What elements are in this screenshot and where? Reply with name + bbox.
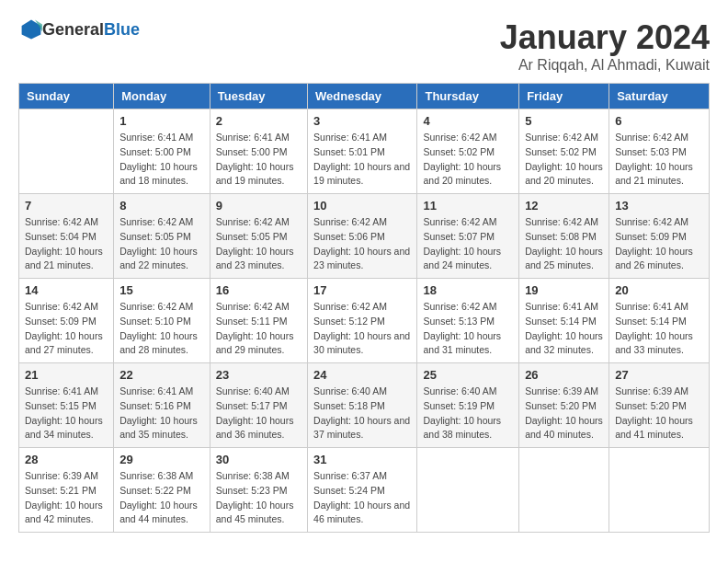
day-info: Sunrise: 6:41 AMSunset: 5:00 PMDaylight:… bbox=[119, 131, 204, 189]
calendar-cell bbox=[417, 448, 519, 533]
calendar-cell: 1Sunrise: 6:41 AMSunset: 5:00 PMDaylight… bbox=[114, 109, 210, 194]
day-number: 17 bbox=[313, 283, 411, 297]
day-number: 12 bbox=[525, 199, 603, 213]
day-info: Sunrise: 6:39 AMSunset: 5:21 PMDaylight:… bbox=[25, 469, 108, 527]
day-info: Sunrise: 6:42 AMSunset: 5:06 PMDaylight:… bbox=[313, 215, 411, 273]
calendar-cell: 2Sunrise: 6:41 AMSunset: 5:00 PMDaylight… bbox=[210, 109, 307, 194]
day-header: Saturday bbox=[609, 84, 710, 109]
day-number: 2 bbox=[216, 114, 301, 128]
calendar-cell: 25Sunrise: 6:40 AMSunset: 5:19 PMDayligh… bbox=[417, 363, 519, 448]
day-header: Sunday bbox=[19, 84, 114, 109]
title-area: January 2024 Ar Riqqah, Al Ahmadi, Kuwai… bbox=[500, 18, 710, 74]
day-number: 23 bbox=[216, 368, 301, 382]
calendar-cell: 5Sunrise: 6:42 AMSunset: 5:02 PMDaylight… bbox=[519, 109, 609, 194]
calendar-cell: 22Sunrise: 6:41 AMSunset: 5:16 PMDayligh… bbox=[114, 363, 210, 448]
calendar-cell: 26Sunrise: 6:39 AMSunset: 5:20 PMDayligh… bbox=[519, 363, 609, 448]
location-title: Ar Riqqah, Al Ahmadi, Kuwait bbox=[500, 57, 710, 74]
calendar-cell: 16Sunrise: 6:42 AMSunset: 5:11 PMDayligh… bbox=[210, 279, 307, 363]
logo-text-blue: Blue bbox=[104, 20, 140, 39]
day-info: Sunrise: 6:38 AMSunset: 5:22 PMDaylight:… bbox=[119, 469, 204, 527]
day-number: 13 bbox=[615, 199, 703, 213]
day-number: 24 bbox=[313, 368, 411, 382]
day-number: 29 bbox=[119, 453, 204, 466]
logo-text-general: General bbox=[42, 20, 104, 39]
day-header: Monday bbox=[114, 84, 210, 109]
day-number: 6 bbox=[615, 114, 703, 128]
header-row: SundayMondayTuesdayWednesdayThursdayFrid… bbox=[19, 84, 710, 109]
day-info: Sunrise: 6:42 AMSunset: 5:03 PMDaylight:… bbox=[615, 131, 703, 189]
calendar-cell: 19Sunrise: 6:41 AMSunset: 5:14 PMDayligh… bbox=[519, 279, 609, 363]
day-number: 3 bbox=[313, 114, 411, 128]
calendar-cell: 9Sunrise: 6:42 AMSunset: 5:05 PMDaylight… bbox=[210, 194, 307, 279]
day-number: 14 bbox=[25, 283, 108, 297]
day-number: 18 bbox=[423, 283, 513, 297]
calendar-cell: 14Sunrise: 6:42 AMSunset: 5:09 PMDayligh… bbox=[19, 279, 114, 363]
day-info: Sunrise: 6:41 AMSunset: 5:01 PMDaylight:… bbox=[313, 131, 411, 189]
day-number: 21 bbox=[25, 368, 108, 382]
day-number: 10 bbox=[313, 199, 411, 213]
day-number: 8 bbox=[119, 199, 204, 213]
day-info: Sunrise: 6:40 AMSunset: 5:19 PMDaylight:… bbox=[423, 385, 513, 442]
day-number: 30 bbox=[216, 453, 301, 466]
calendar-cell: 20Sunrise: 6:41 AMSunset: 5:14 PMDayligh… bbox=[609, 279, 710, 363]
day-header: Friday bbox=[519, 84, 609, 109]
calendar-week-row: 14Sunrise: 6:42 AMSunset: 5:09 PMDayligh… bbox=[19, 279, 710, 363]
calendar-cell bbox=[519, 448, 609, 533]
day-number: 15 bbox=[119, 283, 204, 297]
day-info: Sunrise: 6:39 AMSunset: 5:20 PMDaylight:… bbox=[525, 385, 603, 442]
calendar-cell: 12Sunrise: 6:42 AMSunset: 5:08 PMDayligh… bbox=[519, 194, 609, 279]
calendar-cell: 17Sunrise: 6:42 AMSunset: 5:12 PMDayligh… bbox=[308, 279, 417, 363]
day-info: Sunrise: 6:42 AMSunset: 5:12 PMDaylight:… bbox=[313, 300, 411, 358]
day-info: Sunrise: 6:42 AMSunset: 5:07 PMDaylight:… bbox=[423, 215, 513, 273]
day-info: Sunrise: 6:41 AMSunset: 5:14 PMDaylight:… bbox=[525, 300, 603, 358]
day-number: 5 bbox=[525, 114, 603, 128]
logo-icon bbox=[20, 18, 42, 40]
day-info: Sunrise: 6:40 AMSunset: 5:18 PMDaylight:… bbox=[313, 385, 411, 442]
day-number: 27 bbox=[615, 368, 703, 382]
day-number: 16 bbox=[216, 283, 301, 297]
calendar-cell: 23Sunrise: 6:40 AMSunset: 5:17 PMDayligh… bbox=[210, 363, 307, 448]
day-header: Wednesday bbox=[308, 84, 417, 109]
day-info: Sunrise: 6:42 AMSunset: 5:02 PMDaylight:… bbox=[423, 131, 513, 189]
calendar-cell bbox=[19, 109, 114, 194]
day-number: 19 bbox=[525, 283, 603, 297]
day-info: Sunrise: 6:39 AMSunset: 5:20 PMDaylight:… bbox=[615, 385, 703, 442]
calendar-week-row: 7Sunrise: 6:42 AMSunset: 5:04 PMDaylight… bbox=[19, 194, 710, 279]
day-info: Sunrise: 6:40 AMSunset: 5:17 PMDaylight:… bbox=[216, 385, 301, 442]
day-info: Sunrise: 6:42 AMSunset: 5:05 PMDaylight:… bbox=[216, 215, 301, 273]
day-info: Sunrise: 6:38 AMSunset: 5:23 PMDaylight:… bbox=[216, 469, 301, 527]
calendar-cell: 6Sunrise: 6:42 AMSunset: 5:03 PMDaylight… bbox=[609, 109, 710, 194]
day-info: Sunrise: 6:42 AMSunset: 5:09 PMDaylight:… bbox=[25, 300, 108, 358]
calendar-cell bbox=[609, 448, 710, 533]
header: GeneralBlue January 2024 Ar Riqqah, Al A… bbox=[18, 18, 710, 74]
calendar-cell: 10Sunrise: 6:42 AMSunset: 5:06 PMDayligh… bbox=[308, 194, 417, 279]
calendar-table: SundayMondayTuesdayWednesdayThursdayFrid… bbox=[18, 83, 710, 533]
calendar-week-row: 1Sunrise: 6:41 AMSunset: 5:00 PMDaylight… bbox=[19, 109, 710, 194]
day-info: Sunrise: 6:41 AMSunset: 5:16 PMDaylight:… bbox=[119, 385, 204, 442]
calendar-cell: 4Sunrise: 6:42 AMSunset: 5:02 PMDaylight… bbox=[417, 109, 519, 194]
day-number: 28 bbox=[25, 453, 108, 466]
calendar-cell: 31Sunrise: 6:37 AMSunset: 5:24 PMDayligh… bbox=[308, 448, 417, 533]
day-info: Sunrise: 6:42 AMSunset: 5:11 PMDaylight:… bbox=[216, 300, 301, 358]
calendar-cell: 8Sunrise: 6:42 AMSunset: 5:05 PMDaylight… bbox=[114, 194, 210, 279]
day-info: Sunrise: 6:41 AMSunset: 5:15 PMDaylight:… bbox=[25, 385, 108, 442]
calendar-cell: 29Sunrise: 6:38 AMSunset: 5:22 PMDayligh… bbox=[114, 448, 210, 533]
day-number: 20 bbox=[615, 283, 703, 297]
calendar-cell: 18Sunrise: 6:42 AMSunset: 5:13 PMDayligh… bbox=[417, 279, 519, 363]
calendar-week-row: 21Sunrise: 6:41 AMSunset: 5:15 PMDayligh… bbox=[19, 363, 710, 448]
calendar-cell: 30Sunrise: 6:38 AMSunset: 5:23 PMDayligh… bbox=[210, 448, 307, 533]
day-header: Tuesday bbox=[210, 84, 307, 109]
calendar-cell: 3Sunrise: 6:41 AMSunset: 5:01 PMDaylight… bbox=[308, 109, 417, 194]
day-info: Sunrise: 6:42 AMSunset: 5:08 PMDaylight:… bbox=[525, 215, 603, 273]
calendar-cell: 11Sunrise: 6:42 AMSunset: 5:07 PMDayligh… bbox=[417, 194, 519, 279]
calendar-week-row: 28Sunrise: 6:39 AMSunset: 5:21 PMDayligh… bbox=[19, 448, 710, 533]
day-number: 25 bbox=[423, 368, 513, 382]
day-info: Sunrise: 6:41 AMSunset: 5:14 PMDaylight:… bbox=[615, 300, 703, 358]
calendar-cell: 7Sunrise: 6:42 AMSunset: 5:04 PMDaylight… bbox=[19, 194, 114, 279]
day-info: Sunrise: 6:42 AMSunset: 5:10 PMDaylight:… bbox=[119, 300, 204, 358]
calendar-cell: 21Sunrise: 6:41 AMSunset: 5:15 PMDayligh… bbox=[19, 363, 114, 448]
calendar-cell: 28Sunrise: 6:39 AMSunset: 5:21 PMDayligh… bbox=[19, 448, 114, 533]
day-number: 7 bbox=[25, 199, 108, 213]
day-info: Sunrise: 6:42 AMSunset: 5:13 PMDaylight:… bbox=[423, 300, 513, 358]
day-info: Sunrise: 6:41 AMSunset: 5:00 PMDaylight:… bbox=[216, 131, 301, 189]
